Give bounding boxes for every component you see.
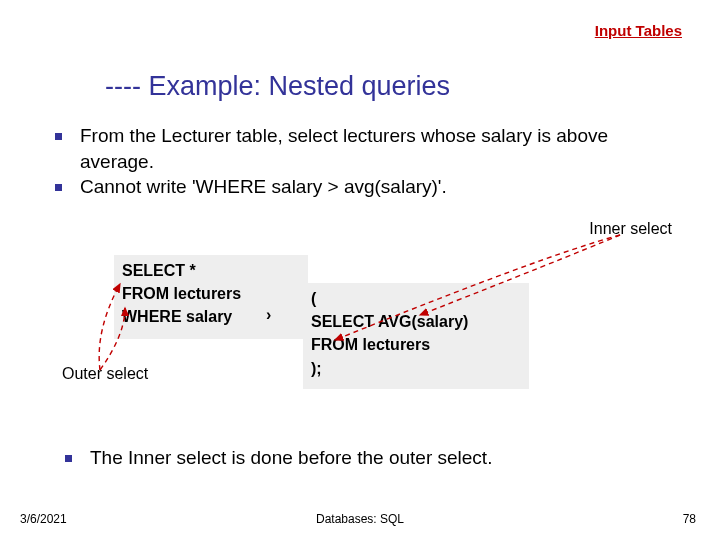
bullet-icon (55, 133, 62, 140)
code-line: WHERE salary (122, 305, 300, 328)
bullet-text: Cannot write 'WHERE salary > avg(salary)… (80, 174, 447, 200)
inner-select-label: Inner select (589, 220, 672, 238)
outer-select-code: SELECT * FROM lecturers WHERE salary (114, 255, 308, 339)
footer-page-number: 78 (683, 512, 696, 526)
code-line: SELECT * (122, 259, 300, 282)
slide-title: ---- Example: Nested queries (105, 71, 450, 102)
bullet-icon (55, 184, 62, 191)
bullet-icon (65, 455, 72, 462)
code-line: ( (311, 287, 521, 310)
code-line: ); (311, 357, 521, 380)
bullet-list-2: The Inner select is done before the oute… (65, 445, 685, 471)
footer-title: Databases: SQL (0, 512, 720, 526)
input-tables-link[interactable]: Input Tables (595, 22, 682, 39)
bullet-text: The Inner select is done before the oute… (90, 445, 492, 471)
list-item: From the Lecturer table, select lecturer… (55, 123, 675, 174)
outer-select-label: Outer select (62, 365, 148, 383)
code-line: FROM lecturers (311, 333, 521, 356)
code-line: FROM lecturers (122, 282, 300, 305)
list-item: The Inner select is done before the oute… (65, 445, 685, 471)
list-item: Cannot write 'WHERE salary > avg(salary)… (55, 174, 675, 200)
code-line: SELECT AVG(salary) (311, 310, 521, 333)
greater-than-symbol: › (266, 306, 271, 324)
bullet-text: From the Lecturer table, select lecturer… (80, 123, 675, 174)
bullet-list: From the Lecturer table, select lecturer… (55, 123, 675, 200)
inner-select-code: ( SELECT AVG(salary) FROM lecturers ); (303, 283, 529, 389)
